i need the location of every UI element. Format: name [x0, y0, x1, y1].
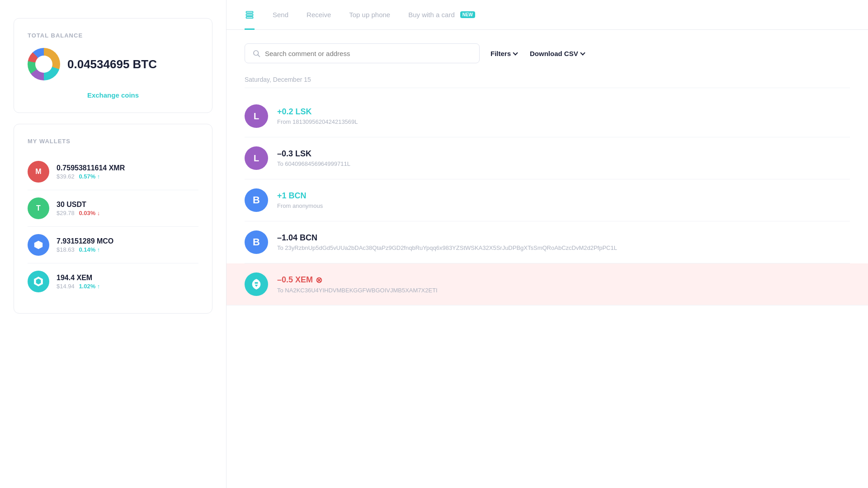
total-balance-card: TOTAL BALANCE 0.04534695 BTC Exchange co… [14, 18, 212, 113]
tx-bcn-in-info: +1 BCN From anonymous [277, 191, 850, 209]
tx-lsk-in-info: +0.2 LSK From 181309562042421356​9L [277, 107, 850, 125]
tx-lsk-in-amount: +0.2 LSK [277, 107, 850, 117]
tx-xem-warn-amount: –0.5 XEM ⊗ [277, 275, 850, 285]
xem-icon [28, 271, 49, 292]
tx-xem-warn-info: –0.5 XEM ⊗ To NA2KC36U4YIHDVMBEKGGFWBGOI… [277, 275, 850, 294]
mco-amount: 7.93151289 MCO [57, 237, 198, 245]
mco-change: 0.14% ↑ [79, 246, 100, 253]
transaction-item-lsk-out[interactable]: L –0.3 LSK To 60409684569649997​11L [245, 137, 850, 179]
tx-bcn-out-address: To 23yRzbnUp5dGd5vUUa2bDAc38QtaPz9GD2fnq… [277, 244, 850, 251]
tab-receive-label: Receive [307, 11, 331, 19]
lsk-out-tx-icon: L [245, 146, 268, 170]
download-csv-chevron-icon [580, 50, 585, 55]
svg-rect-3 [246, 17, 253, 18]
tx-bcn-out-info: –1.04 BCN To 23yRzbnUp5dGd5vUUa2bDAc38Qt… [277, 233, 850, 251]
transaction-item-bcn-in[interactable]: B +1 BCN From anonymous [245, 179, 850, 221]
usdt-change: 0.03% ↓ [79, 210, 100, 216]
search-input[interactable] [265, 50, 472, 57]
balance-donut-chart [28, 48, 60, 80]
xmr-icon: M [28, 161, 49, 183]
tx-lsk-out-amount: –0.3 LSK [277, 149, 850, 159]
search-icon [252, 49, 260, 57]
bcn-out-tx-icon: B [245, 230, 268, 254]
tx-bcn-in-address: From anonymous [277, 202, 850, 209]
svg-rect-2 [246, 14, 253, 15]
xmr-amount: 0.75953811614 XMR [57, 164, 198, 172]
xem-fiat: $14.94 1.02% ↑ [57, 283, 198, 290]
transaction-item-bcn-out[interactable]: B –1.04 BCN To 23yRzbnUp5dGd5vUUa2bDAc38… [245, 221, 850, 263]
wallet-item-usdt[interactable]: T 30 USDT $29.78 0.03% ↓ [28, 190, 198, 227]
tab-receive[interactable]: Receive [307, 2, 331, 29]
xem-change: 1.02% ↑ [79, 283, 100, 290]
wallet-item-mco[interactable]: 7.93151289 MCO $18.63 0.14% ↑ [28, 227, 198, 263]
transactions-panel: Filters Download CSV Saturday, December … [226, 30, 868, 488]
tab-history[interactable] [245, 0, 255, 30]
xem-warn-tx-icon [245, 272, 268, 296]
my-wallets-card: MY WALLETS M 0.75953811614 XMR $39.62 0.… [14, 124, 212, 314]
mco-info: 7.93151289 MCO $18.63 0.14% ↑ [57, 237, 198, 253]
tx-lsk-out-address: To 60409684569649997​11L [277, 160, 850, 167]
usdt-fiat: $29.78 0.03% ↓ [57, 210, 198, 216]
new-badge: New [460, 11, 475, 18]
svg-rect-1 [246, 11, 253, 13]
total-balance-row: 0.04534695 BTC [28, 48, 198, 80]
tab-send-label: Send [273, 11, 288, 19]
search-box[interactable] [245, 43, 480, 63]
xem-info: 194.4 XEM $14.94 1.02% ↑ [57, 274, 198, 290]
main-panel: Send Receive Top up phone Buy with a car… [226, 0, 868, 488]
tab-buywithcard[interactable]: Buy with a card New [408, 2, 475, 29]
usdt-icon: T [28, 197, 49, 219]
warning-icon: ⊗ [316, 275, 322, 285]
history-icon [245, 9, 255, 19]
lsk-tx-icon: L [245, 104, 268, 128]
tab-send[interactable]: Send [273, 2, 288, 29]
tx-lsk-in-address: From 181309562042421356​9L [277, 118, 850, 125]
download-csv-label: Download CSV [530, 50, 578, 57]
tx-lsk-out-info: –0.3 LSK To 60409684569649997​11L [277, 149, 850, 167]
wallet-item-xem[interactable]: 194.4 XEM $14.94 1.02% ↑ [28, 263, 198, 300]
xmr-info: 0.75953811614 XMR $39.62 0.57% ↑ [57, 164, 198, 180]
transaction-item-lsk-in[interactable]: L +0.2 LSK From 181309562042421356​9L [245, 95, 850, 137]
tx-xem-warn-address: To NA2KC36U4YIHDVMBEKGGFWBGOIVJMB5XAM7X2… [277, 287, 850, 294]
wallet-item-xmr[interactable]: M 0.75953811614 XMR $39.62 0.57% ↑ [28, 154, 198, 190]
svg-line-5 [258, 55, 259, 56]
total-balance-label: TOTAL BALANCE [28, 32, 198, 39]
mco-icon [28, 234, 49, 256]
balance-amount: 0.04534695 BTC [67, 57, 157, 71]
svg-marker-0 [34, 241, 42, 249]
date-label: Saturday, December 15 [245, 76, 850, 88]
search-row: Filters Download CSV [245, 43, 850, 63]
usdt-amount: 30 USDT [57, 201, 198, 209]
exchange-coins-link[interactable]: Exchange coins [28, 91, 198, 99]
xem-amount: 194.4 XEM [57, 274, 198, 282]
usdt-info: 30 USDT $29.78 0.03% ↓ [57, 201, 198, 216]
tab-topup-label: Top up phone [349, 11, 390, 19]
filters-button[interactable]: Filters [489, 46, 519, 61]
transaction-item-xem-warn[interactable]: –0.5 XEM ⊗ To NA2KC36U4YIHDVMBEKGGFWBGOI… [226, 263, 868, 305]
filters-chevron-icon [513, 50, 518, 55]
tx-bcn-out-amount: –1.04 BCN [277, 233, 850, 243]
wallets-label: MY WALLETS [28, 138, 198, 145]
xmr-fiat: $39.62 0.57% ↑ [57, 173, 198, 180]
filters-label: Filters [491, 50, 511, 57]
bcn-in-tx-icon: B [245, 188, 268, 212]
xmr-change: 0.57% ↑ [79, 173, 100, 180]
tab-bar: Send Receive Top up phone Buy with a car… [226, 0, 868, 30]
download-csv-button[interactable]: Download CSV [528, 46, 586, 61]
tab-buywithcard-label: Buy with a card [408, 11, 455, 19]
mco-fiat: $18.63 0.14% ↑ [57, 246, 198, 253]
tx-bcn-in-amount: +1 BCN [277, 191, 850, 201]
tab-topup[interactable]: Top up phone [349, 2, 390, 29]
sidebar: TOTAL BALANCE 0.04534695 BTC Exchange co… [0, 0, 226, 488]
